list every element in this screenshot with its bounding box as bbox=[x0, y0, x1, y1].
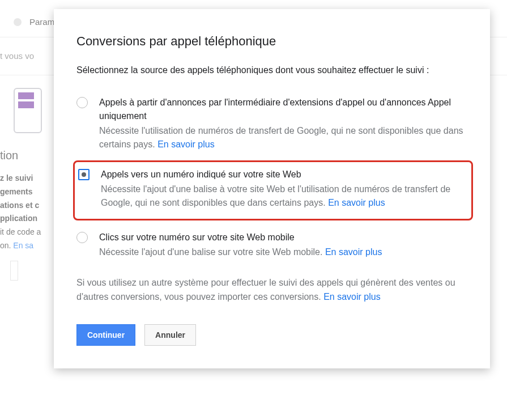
continue-button[interactable]: Continuer bbox=[76, 324, 135, 346]
option-calls-to-website-number[interactable]: Appels vers un numéro indiqué sur votre … bbox=[73, 160, 473, 220]
cancel-button[interactable]: Annuler bbox=[144, 324, 196, 346]
footer-text-content: Si vous utilisez un autre système pour e… bbox=[76, 278, 455, 302]
radio-clicks-mobile-number[interactable] bbox=[76, 232, 88, 243]
learn-more-link[interactable]: En savoir plus bbox=[325, 247, 382, 257]
bg-line2: gements bbox=[0, 187, 33, 196]
option-desc-text: Nécessite l'ajout d'une balise sur votre… bbox=[99, 247, 325, 257]
bg-avatar-circle bbox=[14, 18, 22, 26]
button-row: Continuer Annuler bbox=[76, 324, 467, 346]
learn-more-link[interactable]: En savoir plus bbox=[157, 139, 215, 149]
option-title: Appels à partir d'annonces par l'intermé… bbox=[99, 96, 467, 123]
bg-line4: pplication bbox=[0, 214, 37, 223]
option-title: Appels vers un numéro indiqué sur votre … bbox=[101, 168, 466, 181]
option-body: Appels vers un numéro indiqué sur votre … bbox=[101, 168, 466, 210]
bg-line5a: it de code a bbox=[0, 227, 41, 236]
bg-small-button bbox=[10, 261, 18, 281]
option-desc: Nécessite l'ajout d'une balise à votre s… bbox=[101, 183, 466, 210]
option-desc: Nécessite l'ajout d'une balise sur votre… bbox=[99, 245, 467, 259]
option-calls-from-ads[interactable]: Appels à partir d'annonces par l'intermé… bbox=[76, 90, 467, 158]
bg-link: En sa bbox=[13, 241, 33, 250]
option-desc-text: Nécessite l'utilisation de numéros de tr… bbox=[99, 126, 463, 149]
radio-calls-from-ads[interactable] bbox=[76, 97, 88, 108]
modal-footer-text: Si vous utilisez un autre système pour e… bbox=[76, 276, 467, 304]
footer-learn-more-link[interactable]: En savoir plus bbox=[323, 292, 381, 302]
option-clicks-mobile-number[interactable]: Clics sur votre numéro sur votre site We… bbox=[76, 225, 467, 266]
option-body: Appels à partir d'annonces par l'intermé… bbox=[99, 96, 467, 151]
bg-line3: ations et c bbox=[0, 201, 39, 210]
modal-title: Conversions par appel téléphonique bbox=[76, 34, 467, 49]
bg-line5b: on. bbox=[0, 241, 13, 250]
option-desc-text: Nécessite l'ajout d'une balise à votre s… bbox=[101, 184, 450, 207]
option-body: Clics sur votre numéro sur votre site We… bbox=[99, 231, 467, 259]
option-title: Clics sur votre numéro sur votre site We… bbox=[99, 231, 467, 244]
bg-line1: z le suivi bbox=[0, 173, 33, 183]
bg-device-icon bbox=[14, 88, 42, 133]
phone-conversion-modal: Conversions par appel téléphonique Sélec… bbox=[54, 9, 490, 368]
modal-intro: Sélectionnez la source des appels téléph… bbox=[76, 63, 467, 78]
radio-calls-to-website-number[interactable] bbox=[78, 169, 90, 180]
option-desc: Nécessite l'utilisation de numéros de tr… bbox=[99, 124, 467, 151]
learn-more-link[interactable]: En savoir plus bbox=[328, 198, 385, 207]
